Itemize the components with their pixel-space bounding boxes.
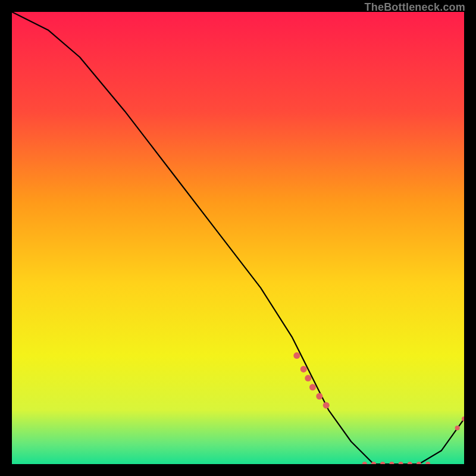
chart-frame: TheBottleneck.com: [0, 0, 476, 476]
chart-svg: [12, 12, 464, 464]
data-marker: [455, 425, 460, 430]
data-marker: [309, 384, 316, 390]
data-marker: [305, 375, 311, 381]
data-marker: [300, 366, 307, 372]
data-marker: [293, 352, 300, 359]
data-marker: [323, 402, 330, 409]
plot-area: [12, 12, 464, 464]
data-marker: [316, 393, 322, 400]
gradient-background: [12, 12, 464, 464]
